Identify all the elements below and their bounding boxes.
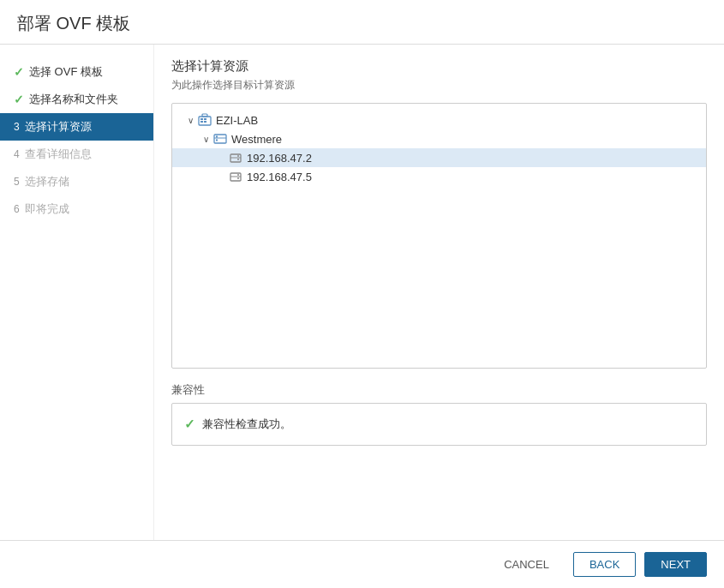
cancel-button[interactable]: CANCEL <box>488 553 565 576</box>
svg-point-12 <box>237 155 239 157</box>
tree-node-label: Westmere <box>231 133 282 146</box>
resource-tree[interactable]: ∨EZI-LAB∨Westmere192.168.47.2192.168.47.… <box>171 103 707 369</box>
sidebar-item-label: 即将完成 <box>25 201 69 217</box>
sidebar-item-step3[interactable]: 3选择计算资源 <box>0 113 153 141</box>
host-icon <box>229 151 242 165</box>
check-icon: ✓ <box>184 417 195 432</box>
datacenter-icon <box>198 113 212 127</box>
tree-toggle-icon: ∨ <box>200 133 212 145</box>
compatibility-section: 兼容性 ✓ 兼容性检查成功。 <box>171 382 707 446</box>
svg-point-13 <box>237 159 239 160</box>
tree-toggle-icon <box>215 171 227 183</box>
step-number: 3 <box>14 121 20 133</box>
svg-rect-5 <box>202 114 207 117</box>
host-icon <box>229 170 242 183</box>
compatibility-label: 兼容性 <box>171 382 707 398</box>
step-number: 6 <box>14 203 20 215</box>
svg-point-16 <box>237 174 239 176</box>
tree-toggle-icon: ∨ <box>184 114 196 126</box>
back-button[interactable]: BACK <box>573 552 636 577</box>
tree-node-host2[interactable]: 192.168.47.5 <box>172 167 706 186</box>
sidebar-item-label: 查看详细信息 <box>25 147 92 162</box>
sidebar-item-step1[interactable]: ✓选择 OVF 模板 <box>0 58 153 86</box>
svg-rect-2 <box>200 121 203 123</box>
tree-node-datacenter[interactable]: ∨EZI-LAB <box>172 111 706 129</box>
content-area: 选择计算资源 为此操作选择目标计算资源 ∨EZI-LAB∨Westmere192… <box>154 45 724 540</box>
cluster-icon <box>213 132 227 146</box>
svg-rect-9 <box>216 140 218 141</box>
sidebar-item-step5: 5选择存储 <box>0 168 153 195</box>
svg-rect-8 <box>216 136 218 138</box>
compatibility-box: ✓ 兼容性检查成功。 <box>171 403 707 446</box>
tree-node-host1[interactable]: 192.168.47.2 <box>172 148 706 167</box>
sidebar-item-label: 选择存储 <box>25 174 69 189</box>
step-number: 4 <box>14 148 20 160</box>
svg-rect-3 <box>204 118 206 120</box>
next-button[interactable]: NEXT <box>644 552 707 577</box>
sidebar-item-label: 选择计算资源 <box>25 119 92 135</box>
main-layout: ✓选择 OVF 模板✓选择名称和文件夹3选择计算资源4查看详细信息5选择存储6即… <box>0 45 724 540</box>
sidebar-item-label: 选择 OVF 模板 <box>29 64 103 80</box>
check-icon: ✓ <box>14 65 24 79</box>
compatibility-message: 兼容性检查成功。 <box>202 417 291 432</box>
footer: CANCEL BACK NEXT <box>0 540 724 588</box>
svg-point-17 <box>237 177 239 179</box>
page-title: 部署 OVF 模板 <box>17 12 707 35</box>
sidebar-item-step4: 4查看详细信息 <box>0 141 153 168</box>
tree-node-cluster[interactable]: ∨Westmere <box>172 129 706 148</box>
content-subtitle: 为此操作选择目标计算资源 <box>171 78 707 93</box>
page-container: 部署 OVF 模板 ✓选择 OVF 模板✓选择名称和文件夹3选择计算资源4查看详… <box>0 0 724 588</box>
svg-rect-1 <box>200 118 203 120</box>
sidebar-item-label: 选择名称和文件夹 <box>29 92 118 107</box>
sidebar-item-step2[interactable]: ✓选择名称和文件夹 <box>0 86 153 113</box>
tree-node-label: 192.168.47.2 <box>247 152 312 165</box>
step-number: 5 <box>14 176 20 188</box>
sidebar-item-step6: 6即将完成 <box>0 195 153 223</box>
tree-node-label: EZI-LAB <box>216 114 258 127</box>
check-icon: ✓ <box>14 93 24 106</box>
tree-node-label: 192.168.47.5 <box>247 171 312 183</box>
sidebar: ✓选择 OVF 模板✓选择名称和文件夹3选择计算资源4查看详细信息5选择存储6即… <box>0 45 154 540</box>
tree-toggle-icon <box>215 152 227 164</box>
page-header: 部署 OVF 模板 <box>0 0 724 45</box>
content-title: 选择计算资源 <box>171 58 707 75</box>
svg-rect-4 <box>204 121 206 123</box>
